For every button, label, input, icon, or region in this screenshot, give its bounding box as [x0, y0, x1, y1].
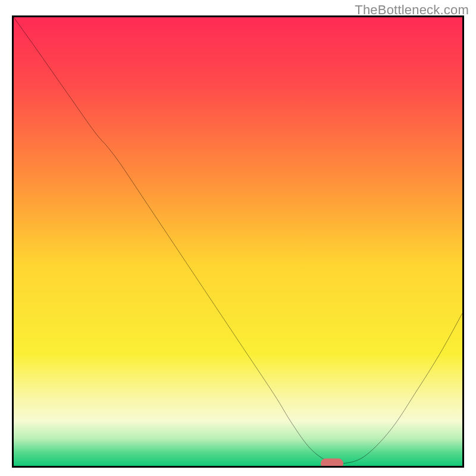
- optimal-marker: [321, 459, 343, 468]
- watermark-text: TheBottleneck.com: [355, 2, 469, 18]
- plot-frame: [12, 15, 464, 468]
- plot-area: [14, 17, 462, 466]
- bottleneck-curve: [14, 17, 462, 466]
- chart-container: TheBottleneck.com: [0, 0, 476, 476]
